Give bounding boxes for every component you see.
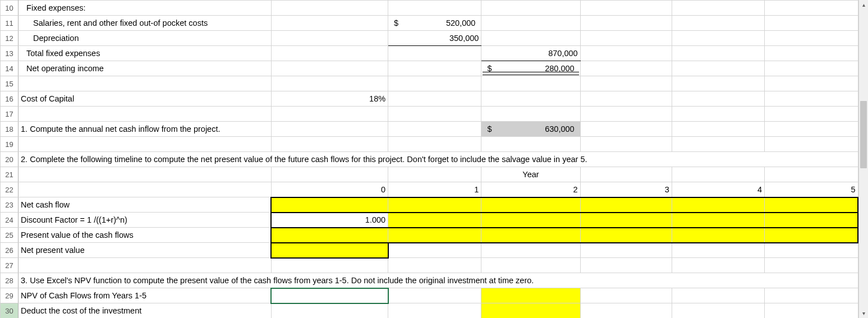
row-header-28[interactable]: 28 (1, 273, 19, 288)
cell-F10[interactable] (580, 1, 672, 16)
cell-C12[interactable] (271, 31, 388, 46)
cell-B22[interactable] (19, 182, 272, 197)
cell-C24[interactable]: 1.000 (271, 213, 388, 228)
cell-D29[interactable] (388, 288, 481, 303)
cell-E21[interactable]: Year (481, 167, 580, 182)
cell-B25[interactable]: Present value of the cash flows (19, 228, 272, 243)
cell-G15[interactable] (672, 76, 764, 91)
cell-B27[interactable] (19, 258, 272, 273)
row-header-15[interactable]: 15 (1, 76, 19, 91)
cell-H13[interactable] (765, 46, 858, 61)
cell-C14[interactable] (271, 61, 388, 76)
row-header-17[interactable]: 17 (1, 107, 19, 122)
cell-B10[interactable]: Fixed expenses: (19, 1, 272, 16)
vertical-scrollbar[interactable]: ▴ ▾ (858, 0, 868, 318)
cell-F12[interactable] (580, 31, 672, 46)
cell-D22[interactable]: 1 (388, 182, 481, 197)
cell-D25[interactable] (388, 228, 481, 243)
cell-E18[interactable]: $630,000 (481, 122, 580, 137)
row-header-27[interactable]: 27 (1, 258, 19, 273)
cell-F14[interactable] (580, 61, 672, 76)
row-24[interactable]: 24 Discount Factor = 1 /((1+r)^n) 1.000 (1, 213, 858, 228)
scroll-thumb[interactable] (860, 101, 867, 168)
cell-B12[interactable]: Depreciation (19, 31, 272, 46)
row-header-16[interactable]: 16 (1, 91, 19, 107)
row-17[interactable]: 17 (1, 107, 858, 122)
cell-C18[interactable] (271, 122, 388, 137)
cell-F16[interactable] (580, 91, 672, 107)
cell-E27[interactable] (481, 258, 580, 273)
cell-D10[interactable] (388, 1, 481, 16)
cell-G16[interactable] (672, 91, 764, 107)
cell-G14[interactable] (672, 61, 764, 76)
cell-C15[interactable] (271, 76, 388, 91)
cell-G26[interactable] (672, 243, 764, 258)
cell-G18[interactable] (672, 122, 764, 137)
cell-F15[interactable] (580, 76, 672, 91)
cell-B17[interactable] (19, 107, 272, 122)
cell-B14[interactable]: Net operating income (19, 61, 272, 76)
cell-E30[interactable] (481, 303, 580, 319)
row-header-10[interactable]: 10 (1, 1, 19, 16)
cell-H21[interactable] (765, 167, 858, 182)
cell-F21[interactable] (580, 167, 672, 182)
cell-E25[interactable] (481, 228, 580, 243)
cell-D23[interactable] (388, 197, 481, 213)
cell-H22[interactable]: 5 (765, 182, 858, 197)
cell-H29[interactable] (765, 288, 858, 303)
cell-D21[interactable] (388, 167, 481, 182)
cell-F23[interactable] (580, 197, 672, 213)
row-header-12[interactable]: 12 (1, 31, 19, 46)
cell-G13[interactable] (672, 46, 764, 61)
cell-G11[interactable] (672, 16, 764, 31)
cell-D13[interactable] (388, 46, 481, 61)
cell-H24[interactable] (765, 213, 858, 228)
cell-E23[interactable] (481, 197, 580, 213)
cell-C13[interactable] (271, 46, 388, 61)
row-header-22[interactable]: 22 (1, 182, 19, 197)
row-23[interactable]: 23 Net cash flow (1, 197, 858, 213)
cell-G25[interactable] (672, 228, 764, 243)
cell-D11[interactable]: $520,000 (388, 16, 481, 31)
row-header-14[interactable]: 14 (1, 61, 19, 76)
cell-G12[interactable] (672, 31, 764, 46)
cell-H27[interactable] (765, 258, 858, 273)
cell-C30[interactable] (271, 303, 388, 319)
cell-C29-active[interactable] (271, 288, 388, 303)
cell-E22[interactable]: 2 (481, 182, 580, 197)
row-header-29[interactable]: 29 (1, 288, 19, 303)
cell-C22[interactable]: 0 (271, 182, 388, 197)
row-29[interactable]: 29 NPV of Cash Flows from Years 1-5 (1, 288, 858, 303)
cell-F13[interactable] (580, 46, 672, 61)
cell-E17[interactable] (481, 107, 580, 122)
cell-B20[interactable]: 2. Complete the following timeline to co… (19, 152, 858, 167)
cell-C10[interactable] (271, 1, 388, 16)
cell-E16[interactable] (481, 91, 580, 107)
cell-D15[interactable] (388, 76, 481, 91)
row-header-20[interactable]: 20 (1, 152, 19, 167)
row-header-30[interactable]: 30 (1, 303, 19, 319)
cell-H23[interactable] (765, 197, 858, 213)
cell-F18[interactable] (580, 122, 672, 137)
cell-B23[interactable]: Net cash flow (19, 197, 272, 213)
row-28[interactable]: 28 3. Use Excel's NPV function to comput… (1, 273, 858, 288)
row-11[interactable]: 11 Salaries, rent and other fixed out-of… (1, 16, 858, 31)
row-header-18[interactable]: 18 (1, 122, 19, 137)
cell-F17[interactable] (580, 107, 672, 122)
row-header-26[interactable]: 26 (1, 243, 19, 258)
cell-E29[interactable] (481, 288, 580, 303)
cell-G10[interactable] (672, 1, 764, 16)
cell-E24[interactable] (481, 213, 580, 228)
cell-E19[interactable] (481, 137, 580, 152)
cell-C17[interactable] (271, 107, 388, 122)
row-header-19[interactable]: 19 (1, 137, 19, 152)
row-13[interactable]: 13 Total fixed expenses 870,000 (1, 46, 858, 61)
cell-G24[interactable] (672, 213, 764, 228)
cell-F26[interactable] (580, 243, 672, 258)
row-header-25[interactable]: 25 (1, 228, 19, 243)
row-header-23[interactable]: 23 (1, 197, 19, 213)
row-30[interactable]: 30 Deduct the cost of the investment (1, 303, 858, 319)
cell-F29[interactable] (580, 288, 672, 303)
spreadsheet-grid[interactable]: 10 Fixed expenses: 11 Salaries, rent and… (0, 0, 858, 318)
cell-G30[interactable] (672, 303, 764, 319)
